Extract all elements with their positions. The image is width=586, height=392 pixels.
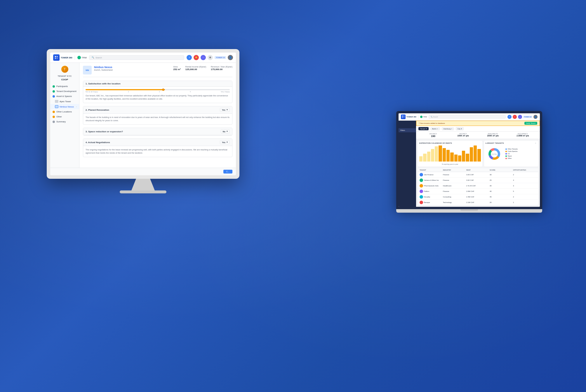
laptop-sidebar: Filters xyxy=(399,121,416,207)
tower-logo-icon xyxy=(53,54,60,61)
laptop-apps-btn[interactable]: ⋯ xyxy=(518,115,522,119)
space-dropdown[interactable]: No ▾ xyxy=(221,129,230,133)
svg-text:Click Slice: Click Slice xyxy=(491,153,497,155)
donut-segment-0[interactable] xyxy=(494,148,500,157)
sidebar-item-nimbus[interactable]: Nimbus Nexus › xyxy=(50,104,79,109)
donut-chart-title: LARGEST TENANTS xyxy=(486,142,504,144)
sidebar-tenant-dev-label: Tenant Development xyxy=(56,90,76,93)
svg-rect-5 xyxy=(404,116,404,117)
donut-expand-icon[interactable]: ⌃ xyxy=(535,143,537,145)
laptop-trm-label: TRM xyxy=(423,116,427,118)
data-table: Tenant Industry Rent Score Opportunities… xyxy=(418,168,538,205)
desktop-content-area: T TENANT KYC COOP Participants Tenant De… xyxy=(50,63,236,168)
tenant-filter-tag[interactable]: Tenant ▾ xyxy=(418,127,429,130)
sidebar-participants-label: Participants xyxy=(56,85,68,88)
td-rent-1: 3.92 CHF xyxy=(466,179,490,181)
laptop-trm-dot xyxy=(420,116,422,118)
laptop-notif-btn[interactable]: ! xyxy=(513,115,517,119)
table-row-5[interactable]: Banque Technology 2.1M CHF 20 1 xyxy=(418,200,538,205)
hamburg-chip-label: Hamburg xyxy=(444,128,451,130)
td-opps-5: 1 xyxy=(513,202,536,203)
slider-label-1: Not at all Happy xyxy=(86,91,98,93)
table-row-2[interactable]: Pharmaceutic Inds Healthcare 2 41 M CHF … xyxy=(418,183,538,189)
laptop-sidebar-item-1[interactable] xyxy=(399,132,416,141)
laptop-bottom xyxy=(396,209,542,213)
desktop-nav-icons: ? 🔔 ⋯ ⊞ TOWER 10 👤 xyxy=(187,55,233,60)
td-industry-2: Healthcare xyxy=(443,185,466,187)
donut-container: Click Slice Other TenantsCoda SpectraLGN… xyxy=(486,145,537,163)
filter-chip-berlin[interactable]: Berlin × xyxy=(430,127,440,130)
legend-item-0: Other Tenants xyxy=(505,148,518,150)
bar-14 xyxy=(474,145,477,162)
user-avatar[interactable]: 👤 xyxy=(228,55,233,60)
sidebar-item-asset-spaces[interactable]: Asset & Spaces xyxy=(50,94,79,99)
stat-availability: AVAILABILITY 200K m² p/a xyxy=(478,133,508,138)
laptop-search-placeholder: Search xyxy=(433,116,438,118)
table-row-4[interactable]: Dexality Consulting 2.4M CHF 45 2 xyxy=(418,194,538,200)
sidebar-item-summary[interactable]: Summary xyxy=(50,119,79,124)
svg-rect-2 xyxy=(55,58,56,59)
charts-area: EXPIRATION CALENDAR OF RENTS % expiring … xyxy=(416,139,540,168)
svg-rect-4 xyxy=(402,116,403,117)
filter-chip-city[interactable]: City ▾ xyxy=(456,127,464,130)
sidebar-item-other-locations[interactable]: Other Locations xyxy=(50,109,79,114)
laptop-app: TOWER 360 TRM 🔍 Search ? xyxy=(399,113,540,207)
table-row-3[interactable]: Pallion Finance 2.6M CHF 40 5 xyxy=(418,189,538,194)
sidebar-item-apex[interactable]: Apex Tower xyxy=(50,99,79,104)
row-avatar-2 xyxy=(420,184,423,188)
donut-segment-2[interactable] xyxy=(489,155,493,159)
sidebar-item-other[interactable]: Other xyxy=(50,114,79,119)
renovation-dropdown[interactable]: Yes ▾ xyxy=(220,108,230,112)
alert-banner: 7 New tenants added to database Notify T… xyxy=(416,121,540,126)
laptop-sidebar-filters[interactable]: Filters xyxy=(399,128,416,132)
filter-chip-hamburg[interactable]: Hamburg × xyxy=(442,127,454,130)
bar-5 xyxy=(439,145,442,162)
laptop-search[interactable]: 🔍 Search xyxy=(429,115,506,119)
save-button[interactable]: C... xyxy=(223,170,232,174)
slider-thumb[interactable] xyxy=(162,89,164,91)
city-label: City xyxy=(458,128,460,130)
td-score-0: 30 xyxy=(490,174,513,176)
bar-8 xyxy=(450,152,453,162)
desktop-trm[interactable]: TRM xyxy=(77,56,87,59)
laptop-sidebar-item-4[interactable] xyxy=(399,159,416,167)
td-opps-3: 5 xyxy=(513,190,536,192)
bar-chart xyxy=(419,145,481,163)
td-score-1: 25 xyxy=(490,179,513,181)
laptop-user-label[interactable]: TOWER 10 xyxy=(523,116,532,118)
table-row-0[interactable]: Job Finance Finance 3.93 CHF 30 2 xyxy=(418,172,538,178)
legend-item-4: Other xyxy=(505,157,518,159)
notify-tenant-btn[interactable]: Notify Tenant xyxy=(524,122,537,125)
slider-label-5: Very Happy xyxy=(221,91,230,93)
user-label[interactable]: TOWER 10 xyxy=(215,56,226,59)
asset-spaces-dot xyxy=(53,95,55,98)
negotiations-value: Yes xyxy=(222,141,225,143)
summary-dot xyxy=(53,121,55,123)
svg-rect-6 xyxy=(402,117,403,118)
desktop-sidebar: T TENANT KYC COOP Participants Tenant De… xyxy=(50,63,79,168)
laptop-sidebar-item-3[interactable] xyxy=(399,150,416,159)
satisfaction-slider[interactable]: Not at all Happy 2 3 4 Very Happy xyxy=(86,89,230,93)
th-opportunities: Opportunities xyxy=(513,169,536,171)
laptop-trm[interactable]: TRM xyxy=(420,116,427,118)
stat-occupancy: OCCUPANCY 2.85M m² p/a xyxy=(508,133,538,138)
section-negotiations-title: 4. Actual Negotiations xyxy=(86,141,110,144)
laptop-sidebar-item-2[interactable] xyxy=(399,141,416,150)
laptop-search-icon: 🔍 xyxy=(431,116,432,118)
monitor-screen: TOWER 360 TRM 🔍 Search ? xyxy=(50,53,236,175)
slider-label-2: 2 xyxy=(128,91,129,93)
sidebar-item-tenant-dev[interactable]: Tenant Development xyxy=(50,89,79,94)
apex-thumb xyxy=(55,100,58,103)
sidebar-item-participants[interactable]: Participants xyxy=(50,84,79,89)
apps-icon-btn[interactable]: ⋯ xyxy=(201,55,206,60)
laptop-notch xyxy=(460,209,478,211)
info-icon-btn[interactable]: ? xyxy=(187,55,192,60)
negotiations-dropdown[interactable]: Yes ▾ xyxy=(220,140,230,144)
laptop-info-btn[interactable]: ? xyxy=(507,115,512,119)
laptop-user-avatar[interactable]: 👤 xyxy=(533,115,538,119)
monitor-stand xyxy=(131,179,155,190)
table-row-1[interactable]: Verteco & More Inc Finance 3.92 CHF 25 4 xyxy=(418,178,538,183)
desktop-search[interactable]: 🔍 Search xyxy=(89,55,185,60)
grid-icon-btn[interactable]: ⊞ xyxy=(208,55,213,60)
notification-icon-btn[interactable]: 🔔 xyxy=(194,55,199,60)
